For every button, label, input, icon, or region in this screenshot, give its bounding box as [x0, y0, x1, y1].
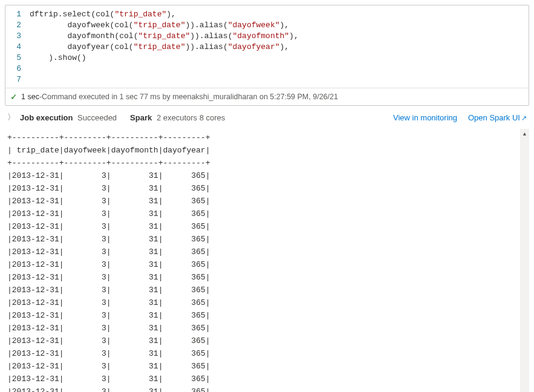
table-row: |2013-12-31| 3| 31| 365|: [7, 235, 210, 244]
table-row: |2013-12-31| 3| 31| 365|: [7, 311, 210, 320]
scroll-up-icon[interactable]: ▲: [520, 129, 529, 138]
code-token: dayofmonth(col(: [30, 31, 138, 41]
view-monitoring-link[interactable]: View in monitoring: [393, 113, 457, 122]
code-string: "trip_date": [134, 42, 186, 51]
job-execution-label: Job execution: [20, 113, 73, 122]
open-spark-ui-label: Open Spark UI: [468, 113, 520, 122]
table-row: |2013-12-31| 3| 31| 365|: [7, 387, 210, 392]
check-icon: ✓: [10, 92, 18, 102]
code-string: "dayofmonth": [232, 31, 289, 41]
code-string: "dayofyear": [228, 42, 280, 51]
line-gutter: 1 2 3 4 5 6 7: [5, 9, 30, 85]
table-row: |2013-12-31| 3| 31| 365|: [7, 247, 210, 256]
job-execution-status: Succeeded: [77, 113, 117, 122]
code-token: )).alias(: [190, 31, 232, 41]
execution-bar: 〉 Job execution Succeeded Spark 2 execut…: [5, 106, 529, 129]
code-token: ),: [166, 10, 176, 19]
code-token: ).show(): [30, 53, 86, 62]
status-text: Command executed in 1 sec 77 ms by meena…: [42, 93, 338, 101]
table-row: |2013-12-31| 3| 31| 365|: [7, 197, 210, 206]
code-token: ),: [289, 31, 299, 41]
spark-label: Spark: [130, 113, 152, 122]
open-spark-ui-link[interactable]: Open Spark UI↗: [468, 113, 527, 122]
table-header: | trip_date|dayofweek|dayofmonth|dayofye…: [7, 146, 210, 155]
execution-summary: Job execution Succeeded Spark 2 executor…: [20, 113, 393, 122]
line-number: 4: [5, 42, 21, 53]
table-row: |2013-12-31| 3| 31| 365|: [7, 209, 210, 218]
vertical-scrollbar[interactable]: ▲: [520, 129, 529, 392]
code-string: "trip_date": [138, 31, 190, 41]
code-cell: 1 2 3 4 5 6 7 dftrip.select(col("trip_da…: [5, 5, 529, 106]
table-row: |2013-12-31| 3| 31| 365|: [7, 286, 210, 295]
line-number: 2: [5, 20, 21, 31]
code-token: dftrip.select(col(: [30, 10, 114, 19]
line-number: 3: [5, 31, 21, 42]
table-row: |2013-12-31| 3| 31| 365|: [7, 184, 210, 193]
code-token: ),: [280, 21, 290, 30]
line-number: 5: [5, 53, 21, 64]
external-link-icon: ↗: [521, 114, 527, 122]
code-token: )).alias(: [185, 21, 227, 30]
code-content[interactable]: dftrip.select(col("trip_date"), dayofwee…: [30, 9, 529, 85]
execution-links: View in monitoring Open Spark UI↗: [393, 113, 527, 122]
table-border: +----------+---------+----------+-------…: [7, 133, 210, 142]
chevron-right-icon[interactable]: 〉: [7, 112, 15, 123]
table-row: |2013-12-31| 3| 31| 365|: [7, 222, 210, 231]
table-row: |2013-12-31| 3| 31| 365|: [7, 273, 210, 282]
table-row: |2013-12-31| 3| 31| 365|: [7, 349, 210, 358]
code-token: )).alias(: [185, 42, 227, 51]
line-number: 6: [5, 64, 21, 74]
line-number: 1: [5, 9, 21, 20]
line-number: 7: [5, 74, 21, 85]
code-string: "dayofweek": [228, 21, 280, 30]
code-token: ),: [280, 42, 290, 51]
table-row: |2013-12-31| 3| 31| 365|: [7, 374, 210, 384]
output-area: +----------+---------+----------+-------…: [5, 129, 529, 392]
status-duration: 1 sec: [21, 93, 39, 101]
code-editor[interactable]: 1 2 3 4 5 6 7 dftrip.select(col("trip_da…: [5, 5, 529, 88]
table-border: +----------+---------+----------+-------…: [7, 158, 210, 168]
table-row: |2013-12-31| 3| 31| 365|: [7, 362, 210, 371]
table-row: |2013-12-31| 3| 31| 365|: [7, 298, 210, 307]
table-row: |2013-12-31| 3| 31| 365|: [7, 324, 210, 333]
code-string: "trip_date": [134, 21, 186, 30]
table-row: |2013-12-31| 3| 31| 365|: [7, 336, 210, 345]
spark-detail: 2 executors 8 cores: [157, 113, 225, 122]
table-row: |2013-12-31| 3| 31| 365|: [7, 171, 210, 180]
code-string: "trip_date": [114, 10, 166, 19]
code-token: dayofyear(col(: [30, 42, 134, 51]
output-text[interactable]: +----------+---------+----------+-------…: [5, 129, 518, 392]
table-row: |2013-12-31| 3| 31| 365|: [7, 260, 210, 269]
status-bar: ✓ 1 sec - Command executed in 1 sec 77 m…: [5, 88, 529, 105]
code-token: dayofweek(col(: [30, 21, 134, 30]
